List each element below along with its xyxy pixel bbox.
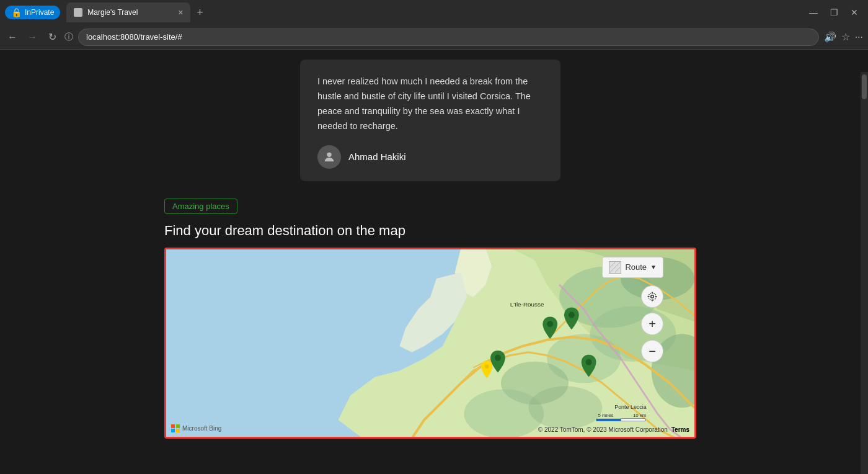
map-controls: + −	[641, 285, 663, 362]
bing-squares	[171, 424, 180, 433]
svg-text:L'Ile-Rousse: L'Ile-Rousse	[510, 300, 544, 307]
scrollbar-thumb[interactable]	[862, 74, 867, 99]
zoom-in-button[interactable]: +	[641, 313, 663, 335]
inprivate-icon: 🔒	[11, 7, 22, 17]
section-title: Find your dream destination on the map	[164, 223, 861, 239]
svg-text:10 km: 10 km	[633, 413, 647, 418]
svg-text:Ponte Leccia: Ponte Leccia	[614, 404, 647, 410]
refresh-button[interactable]: ↻	[45, 31, 60, 43]
svg-text:5 miles: 5 miles	[598, 413, 613, 418]
route-dropdown-icon: ▼	[650, 264, 657, 271]
terms-link[interactable]: Terms	[671, 426, 689, 433]
footer-title: Margie's Travel	[0, 449, 861, 452]
amazing-places-section: Amazing places Find your dream destinati…	[0, 181, 861, 248]
svg-point-0	[327, 152, 331, 156]
inprivate-label: InPrivate	[25, 8, 54, 17]
restore-button[interactable]: ❐	[830, 7, 838, 17]
svg-point-35	[649, 293, 656, 300]
amazing-badge: Amazing places	[164, 199, 237, 214]
read-aloud-icon[interactable]: 🔊	[824, 31, 836, 43]
svg-point-29	[586, 359, 592, 365]
map-container: L'Ile-Rousse Ponte Leccia 5 miles 10 km	[166, 249, 694, 437]
tab-title: Margie's Travel	[87, 8, 173, 17]
svg-point-24	[569, 311, 575, 318]
svg-point-26	[495, 355, 501, 361]
inprivate-badge: 🔒 InPrivate	[5, 6, 60, 19]
my-location-button[interactable]	[641, 285, 663, 308]
author-name: Ahmad Hakiki	[348, 151, 406, 162]
svg-rect-18	[621, 419, 645, 421]
bing-label: Microsoft Bing	[182, 425, 221, 432]
zoom-out-button[interactable]: −	[641, 340, 663, 362]
close-button[interactable]: ✕	[851, 7, 858, 17]
route-button[interactable]: Route ▼	[602, 257, 663, 278]
testimonial-card: I never realized how much I needed a bre…	[300, 60, 560, 181]
route-label: Route	[625, 262, 647, 272]
minimize-button[interactable]: —	[809, 7, 818, 17]
svg-point-34	[651, 295, 654, 298]
browser-menu-icon[interactable]: ···	[855, 32, 863, 43]
tab-favicon	[74, 8, 82, 17]
page-content: I never realized how much I needed a bre…	[0, 50, 861, 452]
map-wrapper[interactable]: L'Ile-Rousse Ponte Leccia 5 miles 10 km	[164, 248, 696, 439]
scrollbar[interactable]	[861, 72, 868, 474]
info-icon[interactable]: ⓘ	[64, 32, 73, 43]
attribution-text: © 2022 TomTom, © 2023 Microsoft Corporat…	[538, 426, 668, 433]
route-icon	[609, 261, 621, 274]
new-tab-button[interactable]: +	[197, 6, 203, 19]
tab-close-btn[interactable]: ×	[178, 7, 183, 17]
browser-chrome: 🔒 InPrivate Margie's Travel × + — ❐ ✕ ← …	[0, 0, 868, 50]
svg-point-12	[529, 386, 603, 429]
map-attribution: © 2022 TomTom, © 2023 Microsoft Corporat…	[538, 426, 689, 433]
testimonial-section: I never realized how much I needed a bre…	[0, 50, 861, 181]
bing-logo: Microsoft Bing	[171, 424, 221, 433]
svg-point-22	[547, 321, 553, 327]
footer-section: Margie's Travel	[0, 439, 861, 452]
testimonial-text: I never realized how much I needed a bre…	[317, 74, 543, 134]
favorites-icon[interactable]: ☆	[841, 31, 850, 43]
back-button[interactable]: ←	[5, 32, 20, 43]
testimonial-author: Ahmad Hakiki	[317, 145, 543, 169]
forward-button[interactable]: →	[25, 32, 40, 43]
svg-point-27	[485, 364, 489, 369]
window-controls: — ❐ ✕	[809, 7, 863, 17]
author-avatar	[317, 145, 341, 169]
active-tab[interactable]: Margie's Travel ×	[66, 2, 190, 22]
address-bar[interactable]	[78, 29, 819, 46]
